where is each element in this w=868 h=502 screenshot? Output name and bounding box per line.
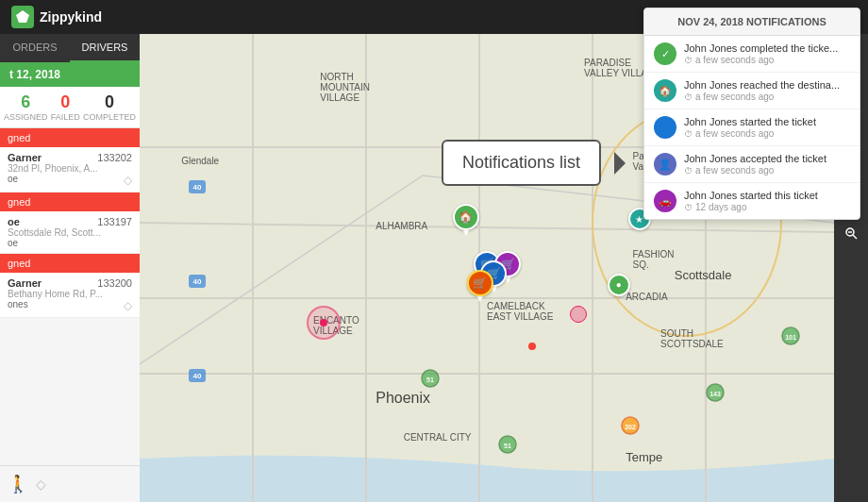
notif-icon-home: 🏠 — [654, 79, 676, 102]
svg-text:40: 40 — [193, 277, 202, 286]
order-num-1: 133202 — [97, 152, 132, 163]
map-dot-pink — [570, 306, 587, 323]
map-label-nmv: NORTHMOUNTAINVILLAGE — [320, 72, 370, 103]
tooltip-callout: Notifications list — [442, 140, 601, 186]
app-logo-icon — [11, 6, 34, 28]
map-label-central-city: CENTRAL CITY — [404, 432, 472, 443]
arrow-icon-1: ◇ — [124, 174, 132, 187]
svg-line-10 — [140, 176, 423, 364]
svg-rect-17 — [189, 369, 206, 382]
notif-title-4: John Jones accepted the ticket — [684, 153, 850, 164]
notif-time-4: ⏱ a few seconds ago — [684, 165, 850, 176]
order-driver-2: oe — [8, 238, 18, 248]
stat-completed: 0 COMPLETED — [83, 92, 136, 122]
order-item-3[interactable]: Garner 133200 Bethany Home Rd, P... ones… — [0, 273, 140, 318]
clock-icon-4: ⏱ — [684, 166, 693, 176]
svg-point-19 — [422, 370, 439, 387]
notification-item-2[interactable]: 🏠 John Jones reached the destina... ⏱ a … — [644, 73, 860, 109]
clock-icon-3: ⏱ — [684, 129, 693, 139]
notif-title-1: John Jones completed the ticke... — [684, 42, 850, 54]
stat-failed-label: FAILED — [50, 112, 81, 122]
notif-time-1: ⏱ a few seconds ago — [684, 55, 850, 65]
order-driver-1: oe — [8, 174, 18, 187]
order-name-1: Garner — [8, 152, 42, 163]
order-addr-1: 32nd Pl, Phoenix, A... — [8, 163, 132, 174]
notif-icon-person-2: 👤 — [654, 153, 676, 176]
tooltip-label: Notifications list — [462, 153, 580, 172]
svg-point-27 — [782, 327, 799, 344]
map-label-south-scottsdale: SOUTHSCOTTSDALE — [660, 328, 724, 349]
map-label-phoenix: Phoenix — [376, 390, 430, 407]
svg-point-25 — [707, 384, 724, 401]
map-pin-cart-4: 🛒 — [467, 270, 493, 296]
svg-rect-13 — [189, 180, 206, 193]
order-addr-3: Bethany Home Rd, P... — [8, 289, 132, 299]
svg-line-44 — [853, 235, 857, 239]
section-header-2: gned — [0, 192, 140, 211]
svg-text:51: 51 — [504, 443, 511, 449]
svg-text:143: 143 — [709, 391, 721, 397]
svg-line-2 — [140, 223, 834, 232]
stats-row: 6 ASSIGNED 0 FAILED 0 COMPLETED — [0, 87, 140, 128]
svg-text:40: 40 — [193, 183, 202, 192]
map-pin-house: 🏠 — [453, 204, 479, 230]
stat-failed-num: 0 — [50, 92, 81, 112]
svg-point-21 — [499, 436, 516, 453]
map-circle-encanto — [307, 306, 341, 340]
app-title: Zippykind — [40, 9, 102, 25]
notif-text-4: John Jones accepted the ticket ⏱ a few s… — [684, 153, 850, 176]
sidebar-tabs: ORDERS DRIVERS — [0, 34, 140, 62]
notif-time-5: ⏱ 12 days ago — [684, 202, 850, 212]
order-num-3: 133200 — [97, 277, 132, 289]
notif-text-3: John Jones started the ticket ⏱ a few se… — [684, 116, 850, 139]
notif-time-2: ⏱ a few seconds ago — [684, 92, 850, 102]
svg-marker-0 — [16, 10, 29, 23]
order-addr-2: Scottsdale Rd, Scott... — [8, 227, 132, 238]
map-label-scottsdale: Scottsdale — [675, 268, 732, 282]
order-driver-3: ones — [8, 299, 28, 312]
svg-text:40: 40 — [193, 372, 202, 380]
notif-text-1: John Jones completed the ticke... ⏱ a fe… — [684, 42, 850, 65]
order-num-2: 133197 — [97, 216, 132, 227]
notifications-panel: NOV 24, 2018 NOTIFICATIONS ✓ John Jones … — [643, 8, 860, 220]
stat-assigned: 6 ASSIGNED — [4, 92, 48, 122]
clock-icon-1: ⏱ — [684, 56, 693, 65]
svg-text:202: 202 — [625, 424, 636, 430]
map-pin-scottsdale: ● — [608, 274, 630, 296]
map-label-glendale: Glendale — [181, 156, 219, 166]
svg-text:51: 51 — [426, 376, 434, 383]
order-item-2[interactable]: oe 133197 Scottsdale Rd, Scott... oe — [0, 211, 140, 254]
notif-title-2: John Jones reached the destina... — [684, 79, 850, 91]
clock-icon-5: ⏱ — [684, 203, 693, 212]
walk-icon: 🚶 — [8, 474, 28, 494]
date-bar: t 12, 2018 — [0, 62, 140, 87]
svg-rect-15 — [189, 275, 206, 288]
notif-icon-person: 👤 — [654, 116, 676, 139]
notification-item-5[interactable]: 🚗 John Jones started this ticket ⏱ 12 da… — [644, 183, 860, 219]
map-label-alhambra: ALHAMBRA — [376, 221, 427, 231]
notif-time-3: ⏱ a few seconds ago — [684, 128, 850, 139]
stat-assigned-num: 6 — [4, 92, 48, 112]
tab-orders[interactable]: ORDERS — [0, 34, 70, 62]
tab-drivers[interactable]: DRIVERS — [70, 34, 140, 62]
arrow-icon-3: ◇ — [124, 299, 132, 312]
order-name-3: Garner — [8, 277, 42, 289]
order-item-1[interactable]: Garner 133202 32nd Pl, Phoenix, A... oe … — [0, 147, 140, 192]
logo-area: Zippykind — [0, 6, 113, 28]
notif-title-5: John Jones started this ticket — [684, 190, 850, 201]
map-label-tempe: Tempe — [626, 450, 662, 464]
order-name-2: oe — [8, 216, 20, 227]
notification-item-1[interactable]: ✓ John Jones completed the ticke... ⏱ a … — [644, 36, 860, 73]
drive-icon: ◇ — [36, 477, 46, 492]
notifications-header: NOV 24, 2018 NOTIFICATIONS — [644, 8, 860, 36]
notification-item-3[interactable]: 👤 John Jones started the ticket ⏱ a few … — [644, 109, 860, 146]
map-label-arcadia: ARCADIA — [626, 292, 667, 302]
map-label-fashion: FASHIONSQ. — [633, 249, 675, 270]
zoom-out-button[interactable] — [837, 219, 865, 247]
sidebar: ORDERS DRIVERS t 12, 2018 6 ASSIGNED 0 F… — [0, 34, 140, 502]
stat-assigned-label: ASSIGNED — [4, 112, 48, 122]
notification-item-4[interactable]: 👤 John Jones accepted the ticket ⏱ a few… — [644, 146, 860, 183]
stat-completed-num: 0 — [83, 92, 136, 112]
clock-icon-2: ⏱ — [684, 92, 693, 102]
notif-title-3: John Jones started the ticket — [684, 116, 850, 127]
